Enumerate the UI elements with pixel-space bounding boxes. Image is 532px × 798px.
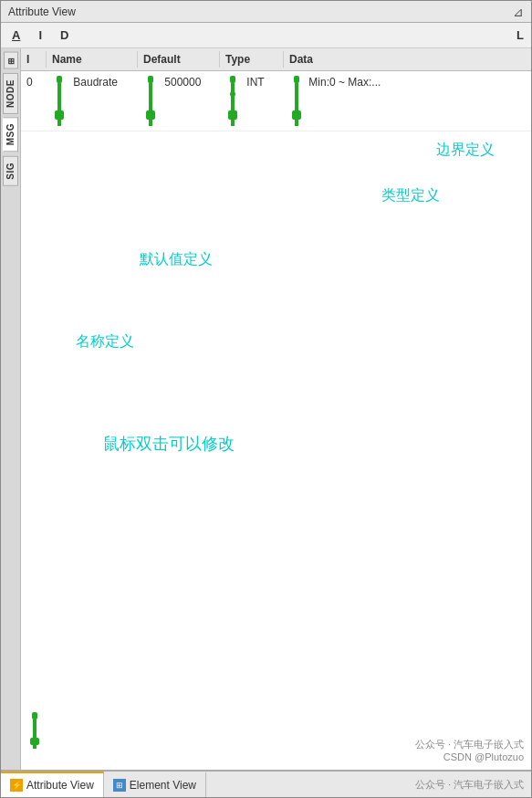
- td-type: INT: [220, 73, 284, 129]
- connector-icon-data: [289, 76, 304, 126]
- svg-rect-2: [55, 110, 64, 120]
- svg-rect-18: [33, 719, 37, 738]
- bottom-watermark-text: 公众号 · 汽车电子嵌入式: [415, 778, 524, 792]
- annotation-type: 类型定义: [381, 186, 440, 205]
- toolbar: A I D L: [1, 23, 531, 48]
- svg-rect-13: [294, 76, 299, 83]
- td-default: 500000: [138, 73, 220, 129]
- svg-rect-5: [149, 83, 152, 110]
- toolbar-left: A I D: [8, 26, 72, 44]
- side-tab-sig[interactable]: SIG: [3, 156, 18, 186]
- main-window: Attribute View ⊿ A I D L ⊞ NODE MSG SIG …: [0, 0, 532, 798]
- svg-rect-20: [33, 745, 37, 749]
- svg-rect-14: [295, 83, 298, 110]
- svg-rect-16: [295, 120, 298, 126]
- side-tabs: ⊞ NODE MSG SIG: [1, 48, 21, 770]
- toolbar-btn-a[interactable]: A: [8, 26, 24, 44]
- content-area: I Name Default Type Data 0 Baudrat: [21, 48, 531, 770]
- svg-rect-7: [149, 120, 152, 126]
- toolbar-btn-d[interactable]: D: [57, 26, 72, 44]
- bottom-tab-bar: ⚡ Attribute View ⊞ Element View 公众号 · 汽车…: [1, 770, 531, 797]
- pin-icon[interactable]: ⊿: [513, 5, 524, 19]
- th-default: Default: [138, 51, 220, 68]
- side-tab-unknown[interactable]: ⊞: [4, 52, 18, 69]
- toolbar-btn-i[interactable]: I: [35, 26, 46, 44]
- svg-rect-3: [57, 120, 61, 126]
- svg-rect-19: [30, 738, 39, 745]
- svg-rect-11: [228, 110, 237, 120]
- connector-icon-name: [52, 76, 67, 126]
- svg-rect-6: [146, 110, 155, 120]
- watermark: 公众号 · 汽车电子嵌入式 CSDN @Plutozuo: [415, 738, 524, 762]
- window-title: Attribute View: [8, 5, 76, 18]
- annotation-mouse-hint: 鼠标双击可以修改: [103, 433, 235, 455]
- table-header: I Name Default Type Data: [21, 48, 531, 71]
- td-name: Baudrate: [47, 73, 138, 129]
- table-row[interactable]: 0 Baudrate: [21, 71, 531, 131]
- svg-rect-0: [57, 76, 62, 83]
- toolbar-right: L: [516, 28, 524, 42]
- bottom-connector: [28, 712, 41, 751]
- main-content: ⊞ NODE MSG SIG I Name Default Type Data …: [1, 48, 531, 770]
- elem-tab-label: Element View: [130, 779, 196, 792]
- elem-tab-icon: ⊞: [113, 779, 126, 792]
- title-bar: Attribute View ⊿: [1, 1, 531, 23]
- svg-rect-12: [231, 120, 235, 126]
- attr-tab-label: Attribute View: [26, 779, 94, 792]
- svg-rect-8: [230, 76, 235, 83]
- attr-tab-icon: ⚡: [10, 779, 23, 792]
- side-tab-msg[interactable]: MSG: [3, 117, 18, 152]
- annotation-boundary: 边界定义: [436, 141, 495, 160]
- bottom-watermark-area: 公众号 · 汽车电子嵌入式: [206, 772, 531, 797]
- td-index: 0: [21, 73, 47, 91]
- watermark-line2: CSDN @Plutozuo: [415, 751, 524, 762]
- th-type: Type: [220, 51, 284, 68]
- td-data: Min:0 ~ Max:...: [284, 73, 393, 129]
- watermark-line1: 公众号 · 汽车电子嵌入式: [415, 738, 524, 751]
- connector-icon-type: [225, 76, 240, 126]
- svg-rect-1: [57, 83, 61, 110]
- annotation-default: 默认值定义: [140, 250, 213, 269]
- svg-rect-17: [32, 712, 37, 719]
- svg-rect-15: [292, 110, 301, 120]
- svg-rect-10: [231, 83, 235, 115]
- bottom-tab-element[interactable]: ⊞ Element View: [104, 772, 206, 797]
- bottom-tab-attribute[interactable]: ⚡ Attribute View: [1, 772, 104, 797]
- svg-rect-4: [148, 76, 153, 83]
- side-tab-node[interactable]: NODE: [3, 73, 18, 114]
- connector-icon-default: [143, 76, 158, 126]
- annotation-name: 名称定义: [76, 332, 134, 352]
- th-index: I: [21, 51, 47, 68]
- th-name: Name: [47, 51, 138, 68]
- annotation-area: 边界定义 类型定义 默认值定义 名称定义 鼠标双击可以修改: [21, 131, 531, 770]
- th-data: Data: [284, 51, 393, 68]
